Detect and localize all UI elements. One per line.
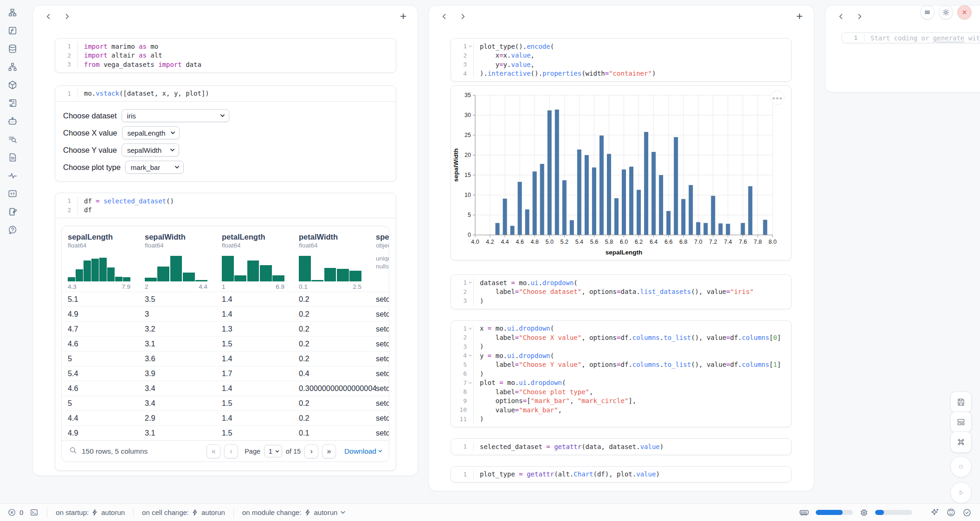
file-tree-icon[interactable] <box>6 7 19 19</box>
cell-selected-dataset: 1selected_dataset = getattr(data, datase… <box>451 438 792 455</box>
save-button[interactable] <box>950 391 972 413</box>
function-square-icon[interactable] <box>6 25 19 37</box>
table-cell: setosa <box>376 310 389 319</box>
table-row[interactable]: 4.931.40.2setosa <box>62 306 389 321</box>
dropdown-label: Choose X value <box>63 129 117 137</box>
choose-y-value-select[interactable]: sepalWidth <box>122 143 179 156</box>
page-label: Page <box>245 448 260 455</box>
keyboard-shortcuts-button[interactable] <box>950 431 972 453</box>
activity-icon[interactable] <box>6 169 19 182</box>
list-search-icon[interactable] <box>6 133 19 145</box>
assistant-bot-icon[interactable] <box>946 508 956 517</box>
choose-plot-type-select[interactable]: mark_bar <box>125 161 184 174</box>
column-dtype: float64 <box>145 242 222 250</box>
column-next-button[interactable] <box>61 10 73 22</box>
table-search-icon[interactable] <box>69 446 77 456</box>
column-next-button[interactable] <box>853 10 865 22</box>
page-select[interactable]: 1 <box>264 445 282 457</box>
action-toolbar <box>950 391 972 503</box>
column-header[interactable]: petalLength <box>222 226 299 242</box>
download-button[interactable]: Download <box>344 447 382 456</box>
table-row[interactable]: 4.93.11.50.1setosa <box>62 425 389 440</box>
column-header[interactable]: petalWidth <box>299 226 376 242</box>
add-cell-button[interactable]: + <box>400 12 406 21</box>
table-cell: 4.4 <box>68 414 145 423</box>
table-row[interactable]: 53.41.50.2setosa <box>62 396 389 410</box>
bolt-icon <box>192 509 199 516</box>
document-icon[interactable] <box>6 151 19 163</box>
column-prev-button[interactable] <box>835 10 847 22</box>
code-editor[interactable]: 1selected_dataset = getattr(data, datase… <box>451 439 791 455</box>
column-next-button[interactable] <box>457 10 469 22</box>
prev-page-button[interactable]: ‹ <box>224 444 238 458</box>
script-icon[interactable] <box>6 97 19 109</box>
add-cell-button[interactable]: + <box>796 12 803 21</box>
table-row[interactable]: 5.13.51.40.2setosa <box>62 292 389 306</box>
svg-text:0: 0 <box>468 232 471 238</box>
table-cell: 1.7 <box>222 369 299 378</box>
code-line: 6) <box>451 369 791 378</box>
on-cell-change-setting[interactable]: on cell change: autorun <box>142 508 225 516</box>
table-cell: 1.4 <box>222 354 299 363</box>
terminal-button[interactable] <box>30 508 39 517</box>
column-summary: 16.9 <box>222 250 299 292</box>
code-editor[interactable]: 1 Start coding or generate with AI <box>842 33 980 43</box>
code-editor[interactable]: 1plot_type = getattr(alt.Chart(df), plot… <box>451 467 791 482</box>
code-editor[interactable]: 1plot_type().encode(2 x=x.value,3 y=y.va… <box>451 39 791 81</box>
table-cell: setosa <box>376 295 389 304</box>
svg-text:4.0: 4.0 <box>471 239 479 245</box>
table-row[interactable]: 53.61.40.2setosa <box>62 351 389 366</box>
column-prev-button[interactable] <box>438 10 450 22</box>
run-button[interactable] <box>950 482 972 503</box>
table-cell: setosa <box>376 339 389 348</box>
help-icon[interactable] <box>6 224 19 236</box>
page-of-label: of 15 <box>286 448 301 455</box>
table-cell: 1.4 <box>222 384 299 393</box>
table-row[interactable]: 4.42.91.40.2setosa <box>62 410 389 425</box>
table-cell: 1.4 <box>222 414 299 423</box>
scratchpad-icon[interactable] <box>6 206 19 218</box>
column-header[interactable]: species <box>376 226 389 242</box>
first-page-button[interactable]: « <box>206 444 220 458</box>
code-line: 1df = selected_dataset() <box>55 196 396 206</box>
chart-menu-button[interactable]: ●●● <box>770 91 785 105</box>
code-editor[interactable]: 1import marimo as mo2import altair as al… <box>55 39 396 72</box>
last-page-button[interactable]: » <box>322 444 336 458</box>
stop-button[interactable] <box>950 456 972 477</box>
code-editor[interactable]: 1df = selected_dataset()2df <box>55 193 396 218</box>
table-cell: 1.4 <box>222 310 299 319</box>
choose-dataset-select[interactable]: iris <box>122 109 229 122</box>
choose-x-value-select[interactable]: sepalLength <box>122 126 180 139</box>
settings-gear-button[interactable] <box>939 5 953 20</box>
column-dtype: float64 <box>68 242 145 250</box>
table-row[interactable]: 5.43.91.70.4setosa <box>62 366 389 381</box>
code-editor[interactable]: 1mo.vstack([dataset, x, y, plot]) <box>55 86 396 102</box>
close-button[interactable] <box>957 5 972 20</box>
form-row: Choose datasetiris <box>63 109 388 122</box>
column-prev-button[interactable] <box>42 10 54 22</box>
table-row[interactable]: 4.63.41.40.30000000000000004setosa <box>62 381 389 396</box>
package-icon[interactable] <box>6 79 19 91</box>
database-icon[interactable] <box>6 43 19 55</box>
menu-button[interactable] <box>920 5 935 20</box>
code-editor[interactable]: 1x = mo.ui.dropdown(2 label="Choose X va… <box>451 321 791 427</box>
code-snippet-icon[interactable] <box>6 188 19 200</box>
layout-button[interactable] <box>950 411 972 433</box>
chat-bot-icon[interactable] <box>6 115 19 127</box>
on-module-change-setting[interactable]: on module change: autorun <box>242 508 346 516</box>
connected-check-icon[interactable] <box>962 508 972 517</box>
next-page-button[interactable]: › <box>304 444 318 458</box>
column-header[interactable]: sepalWidth <box>145 226 222 242</box>
table-cell: 3.5 <box>145 295 222 304</box>
table-row[interactable]: 4.63.11.50.2setosa <box>62 336 389 351</box>
dropdown-label: Choose Y value <box>63 146 117 155</box>
code-editor[interactable]: 1dataset = mo.ui.dropdown(2 label="Choos… <box>451 275 791 309</box>
svg-text:6.6: 6.6 <box>664 239 672 245</box>
data-flow-icon[interactable] <box>6 61 19 73</box>
on-startup-setting[interactable]: on startup: autorun <box>56 508 125 516</box>
ai-sparkle-icon[interactable] <box>930 508 940 517</box>
table-row[interactable]: 4.73.21.30.2setosa <box>62 321 389 336</box>
notebook-controls <box>920 5 972 20</box>
errors-indicator[interactable]: 0 <box>7 508 23 517</box>
column-header[interactable]: sepalLength <box>68 226 145 242</box>
